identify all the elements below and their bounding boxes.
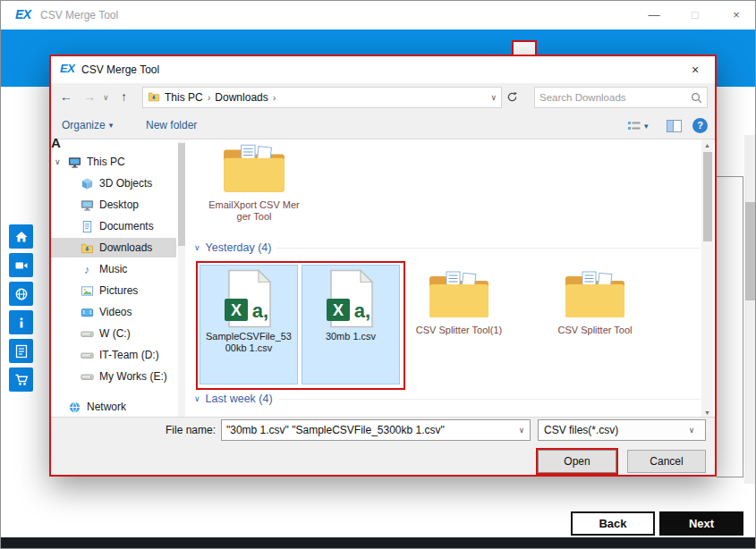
tree-scrollbar[interactable] xyxy=(178,141,185,417)
globe-icon[interactable] xyxy=(9,282,33,306)
sidebar-item-desktop[interactable]: Desktop xyxy=(51,195,176,215)
file-open-dialog: EX CSV Merge Tool × ← → ∨ ↑ This PC › Do… xyxy=(49,55,717,477)
views-button[interactable]: ▾ xyxy=(627,120,649,132)
music-icon: ♪ xyxy=(80,262,94,276)
sidebar-item-documents[interactable]: Documents xyxy=(51,216,176,236)
info-icon[interactable] xyxy=(9,310,33,334)
search-box[interactable] xyxy=(534,87,708,108)
sidebar-item-music[interactable]: ♪ Music xyxy=(51,259,176,279)
group-rule xyxy=(276,248,701,249)
chevron-down-icon[interactable]: ∨ xyxy=(514,426,530,435)
sidebar-item-label: W (C:) xyxy=(99,327,131,340)
chevron-down-icon: ∨ xyxy=(194,394,200,403)
sidebar-item-drive-c[interactable]: W (C:) xyxy=(51,324,176,343)
back-arrow-icon[interactable]: ← xyxy=(60,89,72,104)
cart-icon[interactable] xyxy=(9,367,33,392)
sidebar-item-drive-e[interactable]: My Works (E:) xyxy=(51,367,176,386)
desktop-icon xyxy=(80,198,94,212)
history-chevron-icon[interactable]: ∨ xyxy=(103,93,109,102)
organize-label: Organize xyxy=(62,119,106,131)
next-button[interactable]: Next xyxy=(659,511,743,536)
file-list-scrollbar-thumb[interactable] xyxy=(703,152,712,241)
new-folder-button[interactable]: New folder xyxy=(146,119,197,131)
scroll-down-icon[interactable]: ▼ xyxy=(701,410,713,416)
up-arrow-icon[interactable]: ↑ xyxy=(121,89,127,104)
excel-x-glyph: X xyxy=(231,301,242,319)
form-icon[interactable] xyxy=(9,339,33,363)
file-type-select[interactable]: CSV files(*.csv) ∨ xyxy=(538,419,706,441)
background-panel-border xyxy=(717,176,743,177)
open-button[interactable]: Open xyxy=(538,450,616,473)
file-item-label: SampleCSVFile_5300kb 1.csv xyxy=(200,331,297,354)
sidebar-item-drive-d[interactable]: IT-Team (D:) xyxy=(51,345,176,365)
sidebar-item-3d-objects[interactable]: 3D Objects xyxy=(51,173,176,193)
folder-icon xyxy=(425,270,493,322)
preview-pane-button[interactable] xyxy=(667,120,682,135)
refresh-icon[interactable] xyxy=(506,91,518,106)
sidebar-item-videos[interactable]: Videos xyxy=(51,302,176,322)
new-folder-label: New folder xyxy=(146,119,197,131)
sidebar-item-label: Downloads xyxy=(99,241,152,254)
address-bar[interactable]: This PC › Downloads › ∨ xyxy=(142,87,502,108)
search-icon[interactable] xyxy=(691,92,702,106)
excel-x-glyph: X xyxy=(333,301,344,319)
sidebar-item-this-pc[interactable]: ∨ This PC xyxy=(51,152,176,172)
3d-objects-icon xyxy=(80,176,94,190)
network-icon xyxy=(67,400,81,414)
app-scrollbar[interactable] xyxy=(744,135,756,484)
file-item-csv-splitter-tool-1[interactable]: CSV Splitter Tool(1) xyxy=(412,270,505,336)
csv-file-icon: X a, xyxy=(223,269,275,328)
sidebar-item-downloads[interactable]: Downloads xyxy=(51,238,176,258)
sidebar-item-network[interactable]: Network xyxy=(51,397,176,417)
breadcrumb-separator-icon[interactable]: › xyxy=(273,92,276,103)
dialog-title: CSV Merge Tool xyxy=(81,63,159,76)
search-input[interactable] xyxy=(535,88,685,107)
back-button[interactable]: Back xyxy=(571,511,655,536)
group-header-last-week[interactable]: ∨ Last week (4) xyxy=(194,393,701,405)
close-button[interactable]: × xyxy=(716,1,756,30)
file-name-input[interactable] xyxy=(222,421,514,439)
maximize-button[interactable]: □ xyxy=(675,1,716,30)
video-camera-icon[interactable] xyxy=(9,253,33,277)
chevron-down-icon: ▾ xyxy=(109,121,114,130)
app-footer-strip xyxy=(1,537,756,549)
group-header-yesterday[interactable]: ∨ Yesterday (4) xyxy=(194,241,701,254)
address-dropdown-icon[interactable]: ∨ xyxy=(490,93,497,102)
breadcrumb-separator-icon[interactable]: › xyxy=(208,92,211,103)
file-list-scrollbar[interactable]: ▲ ▼ xyxy=(701,139,713,418)
dialog-toolbar: Organize ▾ New folder ▾ ? xyxy=(51,112,715,139)
sidebar-item-pictures[interactable]: Pictures xyxy=(51,281,176,300)
sidebar-item-label: Pictures xyxy=(99,284,138,297)
forward-arrow-icon[interactable]: → xyxy=(83,89,96,104)
file-item-30mb-csv[interactable]: X a, 30mb 1.csv xyxy=(302,265,400,384)
scroll-up-icon[interactable]: ▲ xyxy=(701,142,713,148)
file-item-label: CSV Splitter Tool(1) xyxy=(412,325,505,336)
file-item-csv-splitter-tool[interactable]: CSV Splitter Tool xyxy=(548,270,641,336)
cancel-button[interactable]: Cancel xyxy=(627,450,706,473)
file-item-label: EmailXport CSV Merger Tool xyxy=(205,199,303,223)
app-logo: EX xyxy=(15,7,31,21)
group-rule xyxy=(278,399,701,400)
minimize-button[interactable]: — xyxy=(633,1,675,30)
downloads-icon xyxy=(80,241,94,255)
help-icon[interactable]: ? xyxy=(692,118,708,133)
background-page-icon-fragment xyxy=(512,40,537,55)
file-item-emailxport-folder[interactable]: EmailXport CSV Merger Tool xyxy=(205,143,303,223)
dialog-close-button[interactable]: × xyxy=(675,56,715,83)
file-item-samplecsvfile[interactable]: X a, SampleCSVFile_5300kb 1.csv xyxy=(200,265,298,384)
group-label: Last week (4) xyxy=(206,393,273,405)
app-scrollbar-thumb[interactable] xyxy=(745,202,755,300)
home-icon[interactable] xyxy=(9,224,33,249)
videos-icon xyxy=(80,305,94,319)
organize-button[interactable]: Organize ▾ xyxy=(62,119,113,131)
expander-chevron-icon[interactable]: ∨ xyxy=(55,157,65,166)
breadcrumb-downloads[interactable]: Downloads xyxy=(215,91,268,104)
chevron-down-icon: ∨ xyxy=(684,426,700,435)
sidebar-item-label: Music xyxy=(99,263,127,275)
background-heading-fragment: A xyxy=(51,135,61,150)
file-item-label: CSV Splitter Tool xyxy=(548,325,641,336)
app-titlebar: EX CSV Merge Tool — □ × xyxy=(1,1,756,30)
tree-scrollbar-thumb[interactable] xyxy=(178,143,185,246)
file-name-combo[interactable]: ∨ xyxy=(221,419,531,441)
breadcrumb-this-pc[interactable]: This PC xyxy=(165,91,203,104)
